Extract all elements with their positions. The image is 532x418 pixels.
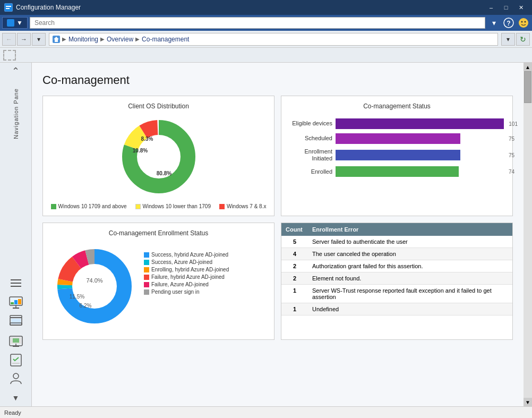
bar-fill-enrollment-initiated <box>336 150 460 160</box>
menu-arrow: ▼ <box>16 19 23 27</box>
svg-text:6.2%: 6.2% <box>80 303 92 309</box>
error-count: 4 <box>281 248 308 260</box>
svg-rect-10 <box>11 279 21 280</box>
svg-point-45 <box>72 264 117 309</box>
svg-text:?: ? <box>507 20 510 27</box>
side-icon-compliance[interactable] <box>7 351 24 368</box>
page-title: Co-management <box>42 73 513 87</box>
search-input[interactable] <box>30 17 485 29</box>
error-message: Element not found. <box>308 272 512 285</box>
nav-dropdown-button[interactable]: ▾ <box>32 33 46 46</box>
svg-rect-11 <box>11 283 21 284</box>
menu-bar: ▼ ▾ ? <box>0 15 532 31</box>
bar-row-eligible: Eligible devices 101 <box>290 118 504 129</box>
bar-value-enrolled: 74 <box>509 169 514 175</box>
comanagement-status-title: Co-management Status <box>288 103 506 110</box>
client-os-card: Client OS Distribution <box>42 96 274 216</box>
error-message: Server WS-Trust response reported fault … <box>308 285 512 303</box>
forward-button[interactable]: → <box>17 33 31 46</box>
error-message: Server failed to authenticate the user <box>308 236 512 248</box>
svg-rect-16 <box>14 300 18 304</box>
scroll-thumb[interactable] <box>524 71 531 103</box>
side-icon-assets[interactable] <box>7 313 24 330</box>
bar-label-enrollment-initiated: EnrollmentInitiated <box>290 148 332 162</box>
comanagement-status-chart: Eligible devices 101 Scheduled 75 <box>288 114 506 185</box>
legend-color-azure-success <box>144 260 149 265</box>
legend-color-hybrid-success <box>144 252 149 258</box>
bar-label-eligible: Eligible devices <box>290 120 332 127</box>
client-os-legend: Windows 10 1709 and above Windows 10 low… <box>51 203 267 209</box>
scroll-down-button[interactable]: ▼ <box>524 398 532 406</box>
legend-azure-success: Success, Azure AD-joined <box>144 259 229 265</box>
error-message: The user canceled the operation <box>308 248 512 260</box>
legend-color-pending-signin <box>144 289 149 295</box>
svg-point-31 <box>13 373 19 379</box>
svg-rect-19 <box>13 308 19 309</box>
navigation-pane: ⌃ Navigation Pane ▼ <box>0 63 32 406</box>
dashboard-grid: Client OS Distribution <box>42 96 513 340</box>
svg-point-5 <box>519 18 528 28</box>
table-row: 5Server failed to authenticate the user <box>281 236 512 248</box>
breadcrumb-monitoring[interactable]: Monitoring <box>68 36 98 43</box>
enrollment-content: 74.0% 11.5% 6.2% Success, hybrid Azure A… <box>49 241 268 333</box>
content-area: Co-management Client OS Distribution <box>32 63 524 406</box>
svg-text:8.3%: 8.3% <box>141 136 153 142</box>
side-icon-users[interactable] <box>7 370 24 387</box>
legend-label-azure-success: Success, Azure AD-joined <box>151 259 212 265</box>
breadcrumb-overview[interactable]: Overview <box>107 36 133 43</box>
error-header: Enrollment Error <box>308 223 512 236</box>
legend-label-enrolling-hybrid: Enrolling, hybrid Azure AD-joined <box>151 267 229 272</box>
enrollment-donut: 74.0% 11.5% 6.2% <box>49 241 140 331</box>
maximize-button[interactable]: □ <box>499 3 513 12</box>
legend-win7: Windows 7 & 8.x <box>219 203 266 209</box>
menu-dropdown[interactable]: ▼ <box>2 17 28 29</box>
back-button[interactable]: ← <box>2 33 16 46</box>
bar-label-scheduled: Scheduled <box>290 135 332 142</box>
help-icon[interactable]: ? <box>502 16 515 29</box>
minimize-button[interactable]: – <box>484 3 498 12</box>
svg-text:11.5%: 11.5% <box>70 294 84 300</box>
comanagement-status-card: Co-management Status Eligible devices 10… <box>281 96 513 216</box>
menu-icons: ▾ ? <box>487 16 530 29</box>
refresh-button[interactable]: ↻ <box>516 33 530 46</box>
left-expand-more[interactable]: ▼ <box>0 391 31 404</box>
enrollment-errors-table: Count Enrollment Error 5Server failed to… <box>281 223 512 315</box>
nav-bar: ← → ▾ ▶ Client OS Distribution Monitorin… <box>0 31 532 48</box>
nav-pane-label: Navigation Pane <box>13 78 19 150</box>
left-collapse-arrow[interactable]: ⌃ <box>0 65 31 78</box>
close-button[interactable]: ✕ <box>514 3 528 12</box>
title-bar: Configuration Manager – □ ✕ <box>0 0 532 15</box>
client-os-title: Client OS Distribution <box>49 103 268 110</box>
svg-text:74.0%: 74.0% <box>86 277 102 284</box>
side-icon-devices[interactable] <box>7 332 24 349</box>
side-icon-menu[interactable] <box>7 275 24 292</box>
home-icon <box>53 36 60 43</box>
error-count: 5 <box>281 236 308 248</box>
legend-label-hybrid-success: Success, hybrid Azure AD-joined <box>151 252 228 258</box>
breadcrumb-comanagement[interactable]: Co-management <box>142 36 189 43</box>
client-os-donut: 8.3% 10.8% 80.8% <box>116 114 201 199</box>
legend-color-win7 <box>219 204 225 209</box>
table-row: 2Element not found. <box>281 272 512 285</box>
dropdown-arrow-icon[interactable]: ▾ <box>487 16 500 29</box>
svg-point-7 <box>525 21 526 23</box>
side-icon-monitoring[interactable] <box>7 294 24 311</box>
table-row: 2Authorization grant failed for this ass… <box>281 260 512 272</box>
bar-value-enrollment-initiated: 75 <box>509 152 514 158</box>
svg-rect-0 <box>5 4 12 11</box>
toolbar-placeholder <box>3 50 16 61</box>
app-icon <box>4 3 13 12</box>
legend-color-failure-azure <box>144 282 149 287</box>
svg-rect-28 <box>13 338 19 343</box>
legend-color-enrolling-hybrid <box>144 267 149 272</box>
error-count: 2 <box>281 260 308 272</box>
bar-track-enrollment-initiated: 75 <box>336 150 504 160</box>
user-icon[interactable] <box>517 16 530 29</box>
legend-color-failure-hybrid <box>144 275 149 280</box>
error-message: Undefined <box>308 303 512 315</box>
svg-rect-23 <box>10 315 22 318</box>
legend-label-pending-signin: Pending user sign in <box>151 289 200 295</box>
scroll-up-button[interactable]: ▲ <box>524 63 532 71</box>
breadcrumb-dropdown-button[interactable]: ▾ <box>501 33 515 46</box>
legend-color-win10-below <box>135 204 141 209</box>
